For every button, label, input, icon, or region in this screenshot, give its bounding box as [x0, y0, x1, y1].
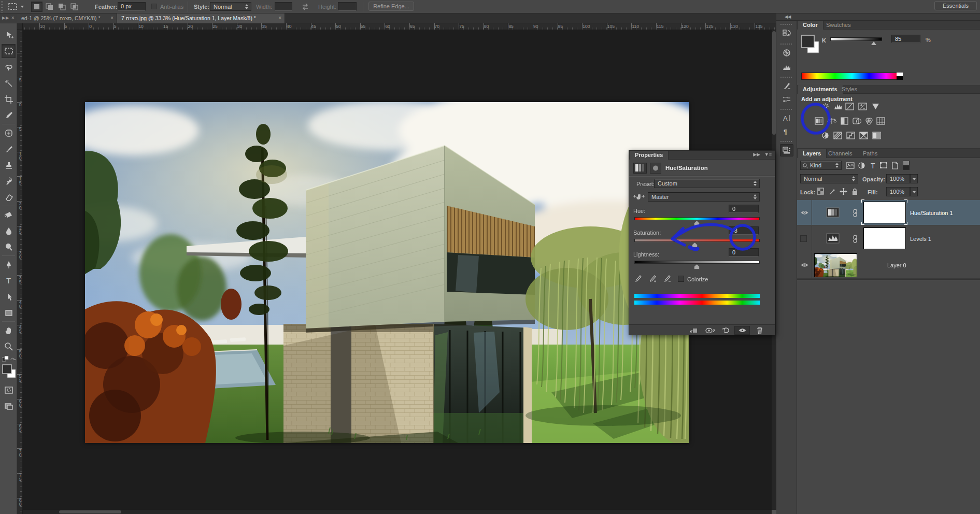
gradient-tool[interactable] [2, 208, 16, 222]
selective-color-adjustment-icon[interactable] [872, 132, 882, 139]
hue-saturation-adjustment-icon[interactable] [815, 117, 824, 125]
paragraph-panel-icon[interactable]: ¶ [780, 125, 793, 138]
visibility-column[interactable] [797, 226, 812, 251]
tab-paths[interactable]: Paths [858, 149, 883, 158]
photo-filter-adjustment-icon[interactable] [853, 117, 862, 125]
colorize-checkbox[interactable] [678, 276, 684, 282]
lock-image-pixels-icon[interactable] [828, 188, 837, 195]
rectangle-tool[interactable] [2, 306, 16, 320]
workspace-switcher-button[interactable]: Essentials [934, 1, 977, 10]
tab-swatches[interactable]: Swatches [821, 21, 856, 30]
navigator-panel-icon[interactable] [780, 47, 793, 59]
layer-mask-thumbnail[interactable] [863, 227, 906, 249]
layer-name[interactable]: Layer 0 [887, 262, 906, 268]
close-tab-icon[interactable]: × [278, 13, 281, 23]
properties-panel-icon[interactable] [780, 144, 793, 156]
antialias-checkbox[interactable] [151, 4, 157, 9]
brightness-contrast-adjustment-icon[interactable] [821, 103, 830, 110]
eyedropper-tool[interactable] [2, 108, 16, 122]
filter-adjustment-layers-icon[interactable] [857, 162, 867, 169]
layer-row-levels[interactable]: Levels 1 [797, 226, 980, 251]
mask-properties-icon[interactable] [650, 163, 661, 174]
k-slider-thumb[interactable] [871, 41, 876, 45]
toggle-visibility-button[interactable] [734, 326, 750, 335]
quick-mask-mode-button[interactable] [2, 383, 16, 397]
screen-mode-button[interactable] [2, 399, 16, 413]
height-input[interactable] [338, 2, 357, 11]
lock-position-icon[interactable] [840, 188, 849, 195]
filter-smart-objects-icon[interactable] [890, 162, 900, 169]
layer-image-thumbnail[interactable] [814, 253, 857, 277]
layer-row-hue-saturation[interactable]: Hue/Saturation 1 [797, 200, 980, 225]
pen-tool[interactable] [2, 258, 16, 272]
layer-name[interactable]: Hue/Saturation 1 [910, 210, 953, 216]
mask-link-icon[interactable] [852, 234, 858, 244]
filter-pixel-layers-icon[interactable] [846, 162, 855, 169]
adjustment-type-icon[interactable] [633, 163, 647, 174]
layer-filter-switch[interactable] [903, 161, 910, 170]
history-brush-tool[interactable] [2, 174, 16, 188]
document-tab-active[interactable]: 7 סצנה.jpg @ 33.3% (Hue/Saturation 1, La… [117, 13, 285, 23]
magic-wand-tool[interactable] [2, 76, 16, 90]
tab-properties[interactable]: Properties [629, 151, 669, 160]
swap-colors-icon[interactable] [10, 356, 16, 363]
rectangular-marquee-tool[interactable] [2, 44, 16, 58]
tab-styles[interactable]: Styles [836, 85, 862, 94]
layer-mask-thumbnail[interactable] [863, 202, 906, 223]
color-spectrum-ramp[interactable] [801, 73, 903, 80]
eyedropper-add-icon[interactable] [648, 274, 657, 284]
filter-type-layers-icon[interactable]: T [869, 162, 878, 169]
color-lookup-adjustment-icon[interactable] [876, 117, 886, 125]
vertical-scrollbar-thumb[interactable] [772, 31, 776, 135]
history-panel-icon[interactable] [780, 27, 793, 39]
brush-presets-panel-icon[interactable] [780, 93, 793, 106]
eraser-tool[interactable] [2, 190, 16, 204]
curves-adjustment-icon[interactable] [845, 103, 855, 110]
lightness-slider-thumb[interactable] [694, 264, 700, 269]
panel-menu-icon[interactable]: ▼≡ [764, 152, 772, 157]
saturation-slider[interactable] [634, 239, 760, 242]
horizontal-scrollbar[interactable] [23, 510, 772, 514]
visibility-column[interactable] [797, 200, 812, 225]
levels-layer-thumbnail-icon[interactable] [826, 233, 840, 245]
channel-select[interactable]: Master [648, 192, 760, 202]
exposure-adjustment-icon[interactable] [858, 103, 868, 110]
opacity-dropdown-button[interactable] [910, 174, 918, 183]
brush-tool[interactable] [2, 142, 16, 156]
layer-name[interactable]: Levels 1 [910, 236, 931, 242]
style-select[interactable]: Normal [210, 2, 251, 11]
hue-slider[interactable] [634, 217, 760, 220]
levels-adjustment-icon[interactable] [833, 103, 843, 110]
spot-healing-brush-tool[interactable] [2, 126, 16, 140]
clip-to-layer-icon[interactable] [687, 326, 700, 335]
toolbox-dock-header[interactable]: ▶▶ ✕ [0, 13, 17, 23]
vertical-ruler[interactable]: 505101520253035404550556065707580 [17, 30, 23, 514]
invert-adjustment-icon[interactable] [821, 132, 830, 139]
close-tab-icon[interactable]: × [110, 13, 113, 23]
hand-tool[interactable] [2, 323, 16, 337]
hue-saturation-layer-thumbnail-icon[interactable] [826, 207, 840, 219]
threshold-adjustment-icon[interactable] [846, 132, 856, 139]
opacity-input[interactable]: 100% [886, 174, 910, 183]
color-balance-adjustment-icon[interactable] [827, 117, 836, 125]
add-selection-mode-button[interactable] [44, 2, 55, 12]
k-channel-slider[interactable] [830, 37, 882, 41]
horizontal-scrollbar-thumb[interactable] [59, 510, 121, 513]
type-tool[interactable]: T [2, 274, 16, 288]
swap-width-height-icon[interactable] [301, 3, 310, 12]
intersect-selection-mode-button[interactable] [68, 2, 80, 12]
tab-layers[interactable]: Layers [797, 149, 827, 158]
zoom-tool[interactable] [2, 339, 16, 353]
dock-collapse-header[interactable]: ◀◀ [776, 13, 980, 21]
tab-channels[interactable]: Channels [823, 149, 857, 158]
layer-filter-kind-select[interactable]: Kind [800, 161, 842, 170]
fill-input[interactable]: 100% [886, 187, 910, 196]
eyedropper-subtract-icon[interactable] [662, 274, 672, 284]
black-white-adjustment-icon[interactable] [840, 117, 849, 125]
lightness-value-input[interactable]: 0 [729, 248, 759, 256]
blur-tool[interactable] [2, 224, 16, 238]
lightness-slider[interactable] [634, 261, 760, 264]
width-input[interactable] [275, 2, 292, 11]
color-panel-swatches[interactable] [801, 34, 822, 56]
path-selection-tool[interactable] [2, 290, 16, 304]
